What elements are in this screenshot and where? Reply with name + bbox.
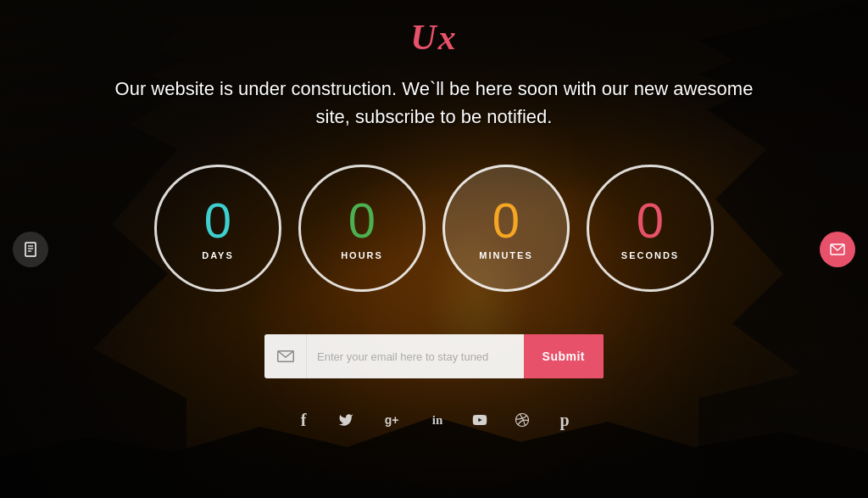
email-icon-wrap [264,334,307,378]
social-facebook[interactable]: f [292,408,315,432]
minutes-label: MINUTES [479,250,533,260]
countdown-hours: 0 HOURS [298,165,426,292]
countdown-seconds: 0 SECONDS [587,165,714,292]
headline: Our website is under construction. We`ll… [112,75,756,131]
days-label: DAYS [202,250,234,260]
envelope-icon [277,350,294,362]
seconds-value: 0 [637,196,664,245]
countdown-days: 0 DAYS [154,165,281,292]
minutes-value: 0 [492,196,520,245]
social-googleplus[interactable]: g+ [376,408,407,432]
seconds-label: SECONDS [621,250,679,260]
social-youtube[interactable] [468,408,492,432]
main-content: Ux Our website is under construction. We… [0,0,868,498]
social-bar: f g+ in p [292,408,576,432]
document-icon [23,242,38,257]
dribbble-icon [515,412,530,428]
countdown-minutes: 0 MINUTES [442,165,570,292]
days-value: 0 [204,196,231,245]
countdown: 0 DAYS 0 HOURS 0 MINUTES 0 SECONDS [154,165,714,292]
hours-label: HOURS [341,250,383,260]
document-side-button[interactable] [13,232,48,267]
social-twitter[interactable] [334,408,358,432]
email-input[interactable] [307,334,524,378]
youtube-icon [470,412,489,428]
social-linkedin[interactable]: in [426,408,449,432]
twitter-icon [338,412,353,428]
social-pinterest[interactable]: p [553,408,576,432]
social-dribbble[interactable] [510,408,534,432]
submit-button[interactable]: Submit [524,334,604,378]
hours-value: 0 [348,196,376,245]
mail-side-button[interactable] [820,232,855,267]
mail-icon [830,243,845,255]
svg-rect-0 [25,243,36,256]
logo: Ux [410,17,457,58]
email-form: Submit [264,334,604,378]
